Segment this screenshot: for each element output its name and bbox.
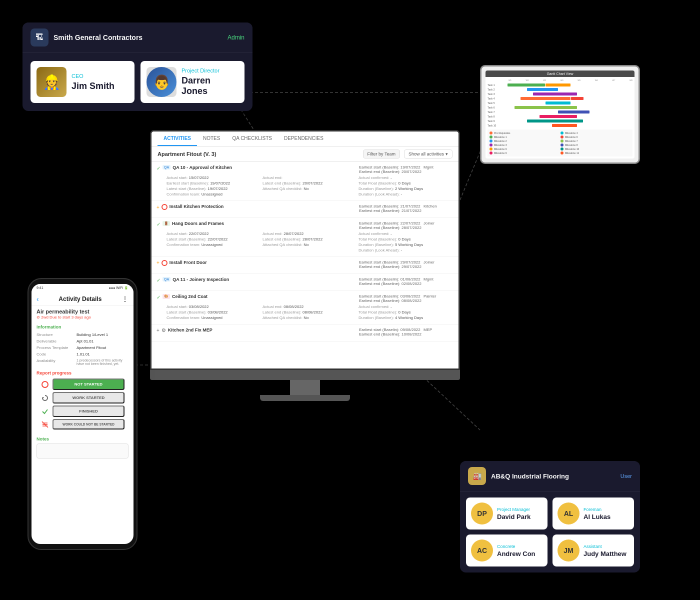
- gantt-legend-label: Milestone 4: [565, 132, 578, 134]
- gantt-row: Task 3: [488, 92, 632, 96]
- show-all-btn[interactable]: Show all activities ▾: [404, 150, 452, 158]
- gantt-column-headers: W1W2W3W4 W5W6W7W8: [488, 79, 632, 82]
- activity-name: Hang Doors and Frames: [172, 221, 357, 226]
- phone-progress-section: Report progress NOT STARTED WO: [32, 366, 134, 434]
- abq-avatar-dp: DP: [471, 502, 493, 524]
- phone-btn-row-finished: FINISHED: [36, 406, 128, 417]
- gantt-legend-dot: [560, 136, 564, 138]
- gantt-legend: Pre Requisites Milestone 4 Milestone 1 M…: [488, 130, 632, 156]
- gantt-row-label: Task 2: [488, 88, 508, 91]
- gantt-bar: [546, 84, 570, 86]
- phone-info-section: Information: [32, 322, 134, 332]
- abq-person-info-dp: Project Manager David Park: [497, 507, 542, 520]
- activity-row[interactable]: + Install Front Door Earliest start (Bas…: [152, 257, 458, 274]
- ceiling-icon: 🎨: [162, 294, 170, 299]
- abq-card: 🏭 AB&Q Inudstrial Flooring User DP Proje…: [460, 461, 640, 572]
- abq-person-card-ac[interactable]: AC Concrete Andrew Con: [466, 534, 548, 566]
- tab-activities[interactable]: ACTIVITIES: [158, 132, 197, 146]
- gantt-legend-item: Milestone 11: [560, 152, 630, 154]
- tab-dependencies[interactable]: DEPENDENCIES: [278, 132, 330, 146]
- activity-dates: Earliest start (Baselin): 01/08/2022 Ear…: [359, 277, 422, 286]
- activity-dates: Earliest start (Baselin): 19/07/2022 Ear…: [359, 165, 422, 174]
- phone-info-val: Apartment Fitout: [76, 346, 128, 350]
- could-not-start-button[interactable]: WORK COULD NOT BE STARTED: [52, 419, 124, 430]
- tab-notes[interactable]: NOTES: [197, 132, 226, 146]
- gantt-row-bars: [508, 124, 632, 127]
- gantt-bar: [533, 92, 577, 96]
- abq-person-card-al[interactable]: AL Foreman Al Lukas: [552, 498, 634, 530]
- gantt-bar: [514, 106, 577, 109]
- gantt-bar: [520, 97, 570, 100]
- not-started-button[interactable]: NOT STARTED: [52, 378, 124, 390]
- abq-person-name-dp: David Park: [497, 513, 542, 520]
- abq-people: DP Project Manager David Park AL Foreman…: [460, 492, 640, 572]
- phone-info-row: Deliverable Apt 01.01: [32, 338, 134, 344]
- activity-name: Install Front Door: [170, 260, 357, 265]
- sgc-ceo-card[interactable]: 👷 CEO Jim Smith: [30, 61, 134, 103]
- activity-row[interactable]: + Install Kitchen Protection Earliest st…: [152, 201, 458, 218]
- activity-filter-bar: Apartment Fitout (V. 3) Filter by Team S…: [152, 146, 458, 162]
- status-check-icon: ✓: [156, 278, 160, 283]
- sgc-director-info: Project Director Darren Jones: [182, 68, 238, 96]
- phone-info-key: Structure: [36, 332, 76, 337]
- abq-person-role-ac: Concrete: [497, 544, 542, 549]
- activity-panel-title: Apartment Fitout (V. 3): [158, 151, 216, 157]
- gantt-legend-dot: [560, 148, 564, 150]
- abq-person-role-jm: Assistant: [584, 544, 629, 549]
- gantt-bar: [546, 102, 570, 104]
- phone-btn-row-not-started: NOT STARTED: [36, 378, 128, 390]
- gantt-legend-label: Milestone 6: [565, 136, 578, 138]
- gantt-bar: [508, 84, 545, 86]
- abq-person-card-jm[interactable]: JM Assistant Judy Matthew: [552, 534, 634, 566]
- gantt-legend-label: Milestone 9: [494, 152, 507, 154]
- abq-person-card-dp[interactable]: DP Project Manager David Park: [466, 498, 548, 530]
- gantt-legend-dot: [490, 152, 492, 154]
- gantt-legend-item: Pre Requisites: [490, 132, 560, 134]
- gantt-legend-label: Milestone 7: [565, 140, 578, 142]
- activity-details: Actual start: 22/07/2022 Actual end: 28/…: [166, 232, 454, 252]
- gantt-row-label: Task 4: [488, 97, 508, 100]
- activity-name: Kitchen 2nd Fix MEP: [168, 328, 357, 332]
- gantt-bar: [558, 110, 590, 114]
- status-dot-icon: +: [156, 204, 160, 210]
- phone-info-key: Code: [36, 352, 76, 356]
- dropdown-icon: ▾: [446, 152, 448, 156]
- activity-row[interactable]: ✓ 🚪 Hang Doors and Frames Earliest start…: [152, 218, 458, 257]
- finished-button[interactable]: FINISHED: [52, 406, 124, 417]
- gantt-legend-label: Pre Requisites: [494, 132, 510, 134]
- gantt-bar: [552, 124, 577, 127]
- sgc-director-role: Project Director: [182, 68, 238, 74]
- activity-row[interactable]: ✓ QA QA 10 - Approval of Kitchen Earlies…: [152, 162, 458, 201]
- activity-row[interactable]: ✓ 🎨 Ceiling 2nd Coat Earliest start (Bas…: [152, 291, 458, 324]
- activity-row[interactable]: ✓ QA QA 11 - Joinery Inspection Earliest…: [152, 274, 458, 291]
- status-check-icon: ✓: [156, 166, 160, 171]
- work-started-button[interactable]: WORK STARTED: [52, 392, 124, 404]
- activity-dates: Earliest start (Baselin): 21/07/2022 Ear…: [359, 204, 422, 213]
- phone-info-key: Deliverable: [36, 339, 76, 344]
- gantt-row-bars: [508, 106, 632, 109]
- gantt-row-label: Task 6: [488, 106, 508, 109]
- abq-avatar-al: AL: [558, 502, 580, 524]
- sgc-header: 🏗 Smith General Contractors Admin: [22, 22, 252, 53]
- filter-controls: Filter by Team Show all activities ▾: [363, 150, 452, 158]
- gantt-header: Gantt Chart View: [486, 70, 634, 77]
- abq-header-left: 🏭 AB&Q Inudstrial Flooring: [468, 467, 569, 485]
- phone-progress-label: Report progress: [36, 370, 128, 376]
- abq-person-name-jm: Judy Matthew: [584, 550, 629, 558]
- qa-icon: QA: [162, 165, 170, 170]
- activity-row[interactable]: + ⚙ Kitchen 2nd Fix MEP Earliest start (…: [152, 324, 458, 342]
- gantt-row: Task 9: [488, 119, 632, 123]
- activity-team: Mgmt: [424, 277, 454, 282]
- sgc-director-card[interactable]: 👨 Project Director Darren Jones: [140, 61, 244, 103]
- gantt-legend-label: Milestone 9: [494, 148, 507, 150]
- menu-icon[interactable]: ⋮: [122, 295, 128, 303]
- phone-time: 9:41: [36, 286, 44, 290]
- gantt-legend-item: Milestone 10: [560, 148, 630, 150]
- phone-info-row: Availability 1 predecessors of this acti…: [32, 358, 134, 366]
- tab-qa-checklists[interactable]: QA CHECKLISTS: [226, 132, 278, 146]
- sgc-ceo-role: CEO: [72, 73, 128, 79]
- filter-by-team-btn[interactable]: Filter by Team: [363, 150, 400, 158]
- activity-team: Joiner: [424, 221, 454, 226]
- back-icon[interactable]: ‹: [36, 295, 39, 303]
- phone-notes-box[interactable]: [36, 444, 128, 458]
